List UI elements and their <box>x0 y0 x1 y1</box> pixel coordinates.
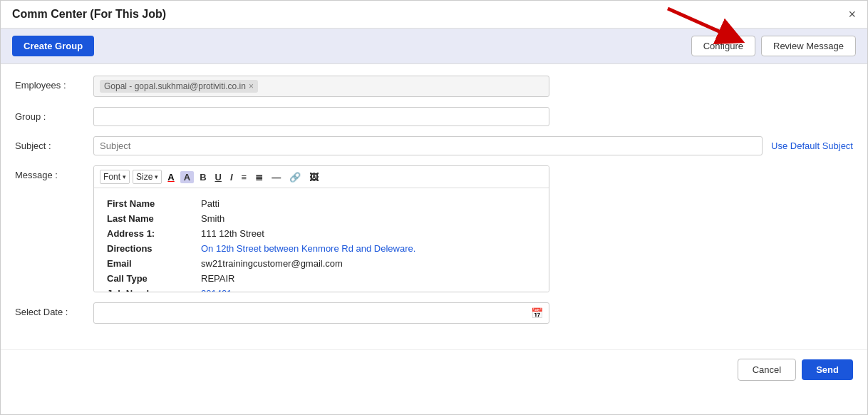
font-dropdown[interactable]: Font ▾ <box>100 170 130 184</box>
close-button[interactable]: × <box>848 8 856 21</box>
message-label: Message : <box>15 165 93 180</box>
configure-button[interactable]: Configure <box>691 36 755 56</box>
editor-content[interactable]: First NamePattiLast NameSmithAddress 1:1… <box>94 188 549 292</box>
select-date-row: Select Date : 📅 <box>15 302 853 324</box>
modal-container: Comm Center (For This Job) × Create Grou… <box>0 0 868 415</box>
font-color-button[interactable]: A <box>165 171 177 183</box>
underline-button[interactable]: U <box>212 171 224 183</box>
field-label: Last Name <box>104 212 197 225</box>
table-row: Address 1:111 12th Street <box>104 227 539 240</box>
bold-button[interactable]: B <box>197 171 209 183</box>
send-button[interactable]: Send <box>802 359 853 380</box>
link-button[interactable]: 🔗 <box>286 171 304 183</box>
font-chevron-icon: ▾ <box>123 173 126 180</box>
font-label: Font <box>103 172 120 182</box>
editor-toolbar: Font ▾ Size ▾ A A B U I ≡ ≣ — 🔗 <box>94 166 549 188</box>
tag-close-icon[interactable]: × <box>249 81 254 91</box>
field-value: On 12th Street between Kenmore Rd and De… <box>198 242 539 255</box>
create-group-button[interactable]: Create Group <box>12 36 94 56</box>
group-row: Group : <box>15 107 853 126</box>
editor-inner: First NamePattiLast NameSmithAddress 1:1… <box>94 188 549 292</box>
field-value: Patti <box>198 197 539 210</box>
align-left-button[interactable]: ≡ <box>239 171 250 183</box>
hr-button[interactable]: — <box>269 171 284 183</box>
select-date-label: Select Date : <box>15 302 93 317</box>
employee-tag-text: Gopal - gopal.sukhmai@protiviti.co.in <box>104 81 246 91</box>
table-row: Emailsw21trainingcustomer@gmail.com <box>104 257 539 270</box>
field-label: Email <box>104 257 197 270</box>
field-label: Job Number: <box>104 287 197 292</box>
table-row: DirectionsOn 12th Street between Kenmore… <box>104 242 539 255</box>
field-label: Address 1: <box>104 227 197 240</box>
size-dropdown[interactable]: Size ▾ <box>133 170 162 184</box>
modal-title: Comm Center (For This Job) <box>12 8 166 21</box>
list-button[interactable]: ≣ <box>252 171 266 183</box>
employee-tag: Gopal - gopal.sukhmai@protiviti.co.in × <box>100 80 258 93</box>
field-label: Directions <box>104 242 197 255</box>
table-row: Job Number:201401 <box>104 287 539 292</box>
subject-label: Subject : <box>15 136 93 151</box>
toolbar-right: Configure Review Message <box>691 36 856 56</box>
field-value: 111 12th Street <box>198 227 539 240</box>
size-label: Size <box>136 172 153 182</box>
group-label: Group : <box>15 107 93 122</box>
employees-input[interactable]: Gopal - gopal.sukhmai@protiviti.co.in × <box>93 76 549 97</box>
group-input[interactable] <box>93 107 549 126</box>
size-chevron-icon: ▾ <box>155 173 158 180</box>
font-highlight-button[interactable]: A <box>180 171 194 183</box>
field-value: REPAIR <box>198 272 539 285</box>
use-default-subject-link[interactable]: Use Default Subject <box>771 140 853 151</box>
subject-row: Subject : Use Default Subject <box>15 136 853 155</box>
employees-row: Employees : Gopal - gopal.sukhmai@protiv… <box>15 76 853 97</box>
subject-input[interactable] <box>93 136 763 155</box>
table-row: First NamePatti <box>104 197 539 210</box>
form-body: Employees : Gopal - gopal.sukhmai@protiv… <box>1 64 867 345</box>
table-row: Last NameSmith <box>104 212 539 225</box>
message-editor: Font ▾ Size ▾ A A B U I ≡ ≣ — 🔗 <box>93 165 549 292</box>
image-button[interactable]: 🖼 <box>306 171 321 183</box>
message-row: Message : Font ▾ Size ▾ A A B U I <box>15 165 853 292</box>
cancel-button[interactable]: Cancel <box>738 359 796 381</box>
table-row: Call TypeREPAIR <box>104 272 539 285</box>
date-input[interactable] <box>100 308 531 319</box>
calendar-icon[interactable]: 📅 <box>531 307 543 319</box>
italic-button[interactable]: I <box>227 171 236 183</box>
field-label: Call Type <box>104 272 197 285</box>
subject-row-inner: Use Default Subject <box>93 136 853 155</box>
field-value: 201401 <box>198 287 539 292</box>
message-content-table: First NamePattiLast NameSmithAddress 1:1… <box>103 195 540 292</box>
footer: Cancel Send <box>1 349 867 389</box>
toolbar-bar: Create Group Configure Review Message <box>1 29 867 64</box>
field-value: Smith <box>198 212 539 225</box>
review-message-button[interactable]: Review Message <box>761 36 856 56</box>
editor-scrollbar: First NamePattiLast NameSmithAddress 1:1… <box>94 188 549 292</box>
field-label: First Name <box>104 197 197 210</box>
date-input-wrapper[interactable]: 📅 <box>93 302 549 324</box>
employees-label: Employees : <box>15 76 93 91</box>
field-value: sw21trainingcustomer@gmail.com <box>198 257 539 270</box>
modal-header: Comm Center (For This Job) × <box>1 1 867 29</box>
